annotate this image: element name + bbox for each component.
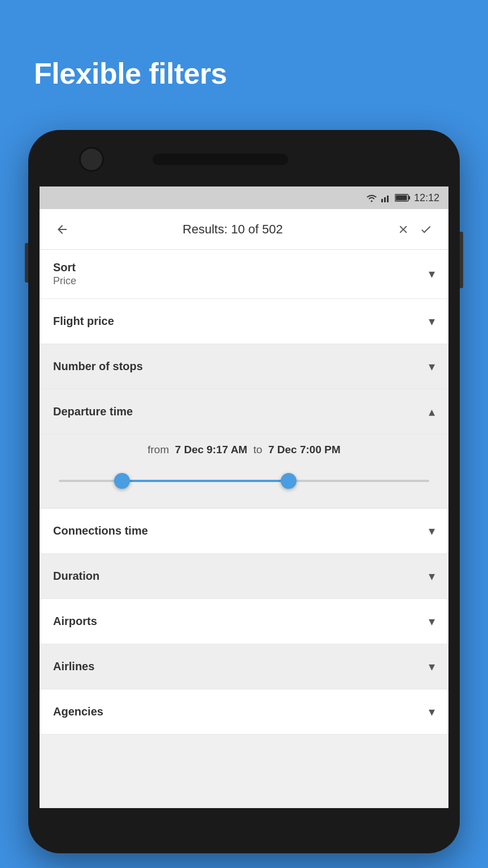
phone-screen: 12:12 Results: 10 of 502 <box>40 186 448 808</box>
status-time: 12:12 <box>414 192 439 204</box>
filter-connections-content: Connections time <box>53 524 148 537</box>
battery-icon <box>395 193 411 202</box>
filter-departure-chevron: ▴ <box>429 405 435 419</box>
phone-frame: 12:12 Results: 10 of 502 <box>28 130 460 853</box>
filter-agencies-label: Agencies <box>53 705 103 718</box>
svg-rect-1 <box>384 197 386 202</box>
filter-duration-content: Duration <box>53 570 99 583</box>
confirm-button[interactable] <box>415 218 437 241</box>
filter-departure-time[interactable]: Departure time ▴ <box>40 389 448 435</box>
filter-number-of-stops[interactable]: Number of stops ▾ <box>40 344 448 389</box>
filter-sort[interactable]: Sort Price ▾ <box>40 250 448 299</box>
slider-thumb-right[interactable] <box>281 473 297 489</box>
range-start: 7 Dec 9:17 AM <box>175 444 247 455</box>
filter-connections-time[interactable]: Connections time ▾ <box>40 509 448 554</box>
filter-airports-content: Airports <box>53 615 97 628</box>
range-prefix: from <box>147 444 169 455</box>
filter-flight-price-content: Flight price <box>53 315 114 328</box>
filter-airlines-label: Airlines <box>53 660 94 673</box>
filter-airlines-content: Airlines <box>53 660 94 673</box>
filter-stops-label: Number of stops <box>53 360 143 373</box>
slider-thumb-left[interactable] <box>114 473 130 489</box>
toolbar: Results: 10 of 502 <box>40 209 448 250</box>
phone-side-button-right <box>460 232 463 288</box>
signal-icon <box>381 193 391 202</box>
departure-range-text: from 7 Dec 9:17 AM to 7 Dec 7:00 PM <box>53 444 435 456</box>
wifi-icon <box>365 193 378 202</box>
svg-rect-5 <box>408 196 410 199</box>
slider-fill <box>122 480 289 482</box>
svg-rect-3 <box>390 194 391 202</box>
svg-rect-0 <box>381 199 383 202</box>
filter-list: Sort Price ▾ Flight price ▾ Number of st… <box>40 250 448 735</box>
filter-duration[interactable]: Duration ▾ <box>40 554 448 599</box>
status-bar: 12:12 <box>40 186 448 209</box>
filter-connections-label: Connections time <box>53 524 148 537</box>
departure-expanded-panel: from 7 Dec 9:17 AM to 7 Dec 7:00 PM <box>40 435 448 509</box>
filter-duration-chevron: ▾ <box>429 569 435 584</box>
phone-side-button-left <box>25 243 28 283</box>
back-button[interactable] <box>51 218 73 241</box>
svg-rect-2 <box>387 196 389 202</box>
phone-speaker <box>152 154 288 165</box>
filter-flight-price[interactable]: Flight price ▾ <box>40 299 448 344</box>
filter-flight-price-chevron: ▾ <box>429 314 435 329</box>
filter-connections-chevron: ▾ <box>429 524 435 539</box>
close-button[interactable] <box>392 218 415 241</box>
page-title: Flexible filters <box>34 57 227 90</box>
filter-sort-content: Sort Price <box>53 261 76 287</box>
phone-camera <box>79 147 104 172</box>
filter-departure-label: Departure time <box>53 405 133 418</box>
filter-agencies-content: Agencies <box>53 705 103 718</box>
filter-duration-label: Duration <box>53 570 99 583</box>
filter-airlines[interactable]: Airlines ▾ <box>40 644 448 689</box>
filter-sort-chevron: ▾ <box>429 267 435 281</box>
filter-airlines-chevron: ▾ <box>429 659 435 674</box>
range-middle: to <box>254 444 263 455</box>
filter-stops-chevron: ▾ <box>429 359 435 374</box>
filter-agencies[interactable]: Agencies ▾ <box>40 689 448 735</box>
filter-agencies-chevron: ▾ <box>429 705 435 719</box>
status-icons: 12:12 <box>365 192 439 204</box>
departure-slider[interactable] <box>59 470 429 492</box>
filter-departure-content: Departure time <box>53 405 133 418</box>
filter-flight-price-label: Flight price <box>53 315 114 328</box>
range-end: 7 Dec 7:00 PM <box>268 444 341 455</box>
filter-airports-chevron: ▾ <box>429 614 435 629</box>
filter-airports-label: Airports <box>53 615 97 628</box>
toolbar-title: Results: 10 of 502 <box>73 222 392 237</box>
filter-sort-sublabel: Price <box>53 275 76 287</box>
svg-rect-6 <box>395 196 407 201</box>
filter-sort-label: Sort <box>53 261 76 274</box>
filter-stops-content: Number of stops <box>53 360 143 373</box>
filter-airports[interactable]: Airports ▾ <box>40 599 448 644</box>
